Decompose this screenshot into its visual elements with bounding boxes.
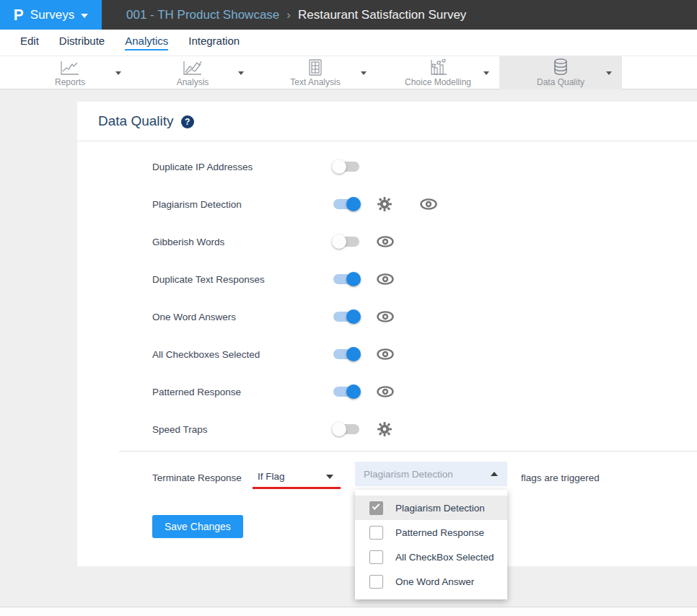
- option-label: Patterned Response: [395, 527, 484, 538]
- chevron-up-icon: [491, 472, 498, 476]
- menu-label: Edit: [20, 35, 39, 50]
- help-icon[interactable]: ?: [181, 115, 194, 128]
- dot-chart-icon: [428, 59, 448, 76]
- setting-row-speed-traps: Speed Traps: [77, 410, 697, 448]
- toggle-speed-traps[interactable]: [333, 424, 359, 434]
- main-menubar: Edit Distribute Analytics Integration: [0, 30, 697, 56]
- settings-list: Duplicate IP Addresses Plagiarism Detect…: [77, 141, 697, 448]
- menu-item-analytics[interactable]: Analytics: [115, 30, 178, 56]
- toggle-duplicate-ip[interactable]: [333, 162, 359, 172]
- dropdown-option-patterned[interactable]: Patterned Response: [355, 520, 507, 545]
- brand-surveys-menu[interactable]: P Surveys: [0, 0, 102, 30]
- eye-icon[interactable]: [420, 198, 437, 210]
- tool-item-data-quality[interactable]: Data Quality: [499, 56, 622, 89]
- flags-dropdown-panel: Plagiarism Detection Patterned Response …: [355, 490, 507, 599]
- save-changes-button[interactable]: Save Changes: [152, 515, 243, 538]
- chevron-down-icon[interactable]: [115, 71, 121, 75]
- setting-label: Duplicate Text Responses: [152, 274, 333, 285]
- eye-icon[interactable]: [377, 273, 394, 285]
- tool-item-text-analysis[interactable]: Text Analysis: [254, 56, 377, 89]
- dropdown-option-one-word[interactable]: One Word Answer: [355, 569, 507, 594]
- menu-label: Distribute: [59, 35, 105, 50]
- breadcrumb: 001 - TH Product Showcase › Restaurant S…: [102, 0, 697, 30]
- multi-line-chart-icon: [182, 59, 203, 76]
- setting-label: All Checkboxes Selected: [152, 349, 333, 360]
- breadcrumb-survey-name: Restaurant Satisfaction Survey: [298, 8, 466, 22]
- setting-label: Plagiarism Detection: [152, 199, 333, 210]
- eye-icon[interactable]: [377, 386, 394, 397]
- page-title: Data Quality: [98, 113, 174, 129]
- condition-value: If Flag: [258, 471, 285, 482]
- menu-label: Integration: [188, 35, 240, 50]
- menu-item-edit[interactable]: Edit: [10, 30, 49, 56]
- flags-value: Plagiarism Detection: [364, 469, 453, 480]
- setting-row-gibberish: Gibberish Words: [77, 223, 697, 260]
- checkbox[interactable]: [369, 575, 383, 589]
- tool-item-analysis[interactable]: Analysis: [131, 56, 254, 89]
- chevron-down-icon: [81, 14, 88, 18]
- setting-label: Duplicate IP Addresses: [152, 162, 333, 172]
- tool-label: Reports: [55, 77, 85, 87]
- setting-label: One Word Answers: [152, 312, 333, 322]
- menu-item-integration[interactable]: Integration: [178, 30, 250, 56]
- setting-row-one-word: One Word Answers: [77, 298, 697, 335]
- breadcrumb-folder-link[interactable]: 001 - TH Product Showcase: [126, 8, 279, 22]
- option-label: All CheckBox Selected: [395, 552, 494, 563]
- database-icon: [551, 59, 570, 76]
- menu-item-distribute[interactable]: Distribute: [49, 30, 115, 56]
- checkbox[interactable]: [369, 526, 383, 540]
- terminate-flags-select[interactable]: Plagiarism Detection: [355, 462, 507, 486]
- gear-icon[interactable]: [377, 421, 393, 437]
- setting-row-patterned: Patterned Response: [77, 373, 697, 410]
- toggle-all-checkboxes[interactable]: [333, 349, 359, 359]
- section-divider: [119, 451, 697, 452]
- option-label: Plagiarism Detection: [395, 503, 485, 514]
- analytics-toolbar: Reports Analysis Text Analysis: [0, 56, 697, 89]
- terminate-suffix-text: flags are triggered: [521, 466, 600, 490]
- option-label: One Word Answer: [395, 576, 474, 587]
- setting-label: Gibberish Words: [152, 237, 333, 247]
- setting-label: Speed Traps: [152, 424, 333, 435]
- setting-row-duplicate-text: Duplicate Text Responses: [77, 260, 697, 298]
- toggle-gibberish[interactable]: [333, 237, 359, 247]
- tool-label: Text Analysis: [290, 77, 340, 87]
- setting-label: Patterned Response: [152, 387, 333, 397]
- breadcrumb-separator: ›: [286, 8, 291, 22]
- top-header: P Surveys 001 - TH Product Showcase › Re…: [0, 0, 697, 30]
- chevron-down-icon[interactable]: [238, 71, 244, 75]
- tool-label: Analysis: [177, 77, 209, 87]
- checkbox[interactable]: [369, 501, 383, 515]
- setting-row-plagiarism: Plagiarism Detection: [77, 185, 697, 223]
- chevron-down-icon: [326, 475, 333, 479]
- chevron-down-icon[interactable]: [606, 71, 612, 75]
- footer-divider: [0, 607, 697, 616]
- toggle-one-word[interactable]: [333, 312, 359, 322]
- menu-label: Analytics: [125, 35, 168, 50]
- brand-label: Surveys: [30, 8, 74, 22]
- checkmark-icon: [372, 502, 380, 510]
- terminate-response-row: Terminate Response If Flag Plagiarism De…: [77, 466, 697, 490]
- panel-header: Data Quality ?: [77, 102, 697, 141]
- tool-label: Data Quality: [537, 77, 584, 87]
- gear-icon[interactable]: [377, 196, 393, 212]
- setting-row-all-checkboxes: All Checkboxes Selected: [77, 335, 697, 373]
- document-grid-icon: [307, 59, 324, 76]
- tool-item-choice-modelling[interactable]: Choice Modelling: [377, 56, 499, 89]
- chevron-down-icon[interactable]: [361, 71, 367, 75]
- dropdown-option-plagiarism[interactable]: Plagiarism Detection: [355, 496, 507, 520]
- terminate-label: Terminate Response: [152, 466, 242, 490]
- toggle-duplicate-text[interactable]: [333, 274, 359, 284]
- eye-icon[interactable]: [377, 236, 394, 247]
- questionpro-logo: P: [14, 6, 24, 22]
- tool-label: Choice Modelling: [405, 77, 471, 87]
- checkbox[interactable]: [369, 550, 383, 564]
- dropdown-option-all-checkbox[interactable]: All CheckBox Selected: [355, 545, 507, 569]
- eye-icon[interactable]: [377, 311, 394, 322]
- terminate-condition-select[interactable]: If Flag: [253, 466, 341, 489]
- toggle-patterned[interactable]: [333, 387, 359, 397]
- tool-item-reports[interactable]: Reports: [9, 56, 131, 89]
- toggle-plagiarism[interactable]: [333, 199, 359, 209]
- chevron-down-icon[interactable]: [483, 71, 489, 75]
- setting-row-duplicate-ip: Duplicate IP Addresses: [77, 148, 697, 185]
- eye-icon[interactable]: [377, 348, 394, 360]
